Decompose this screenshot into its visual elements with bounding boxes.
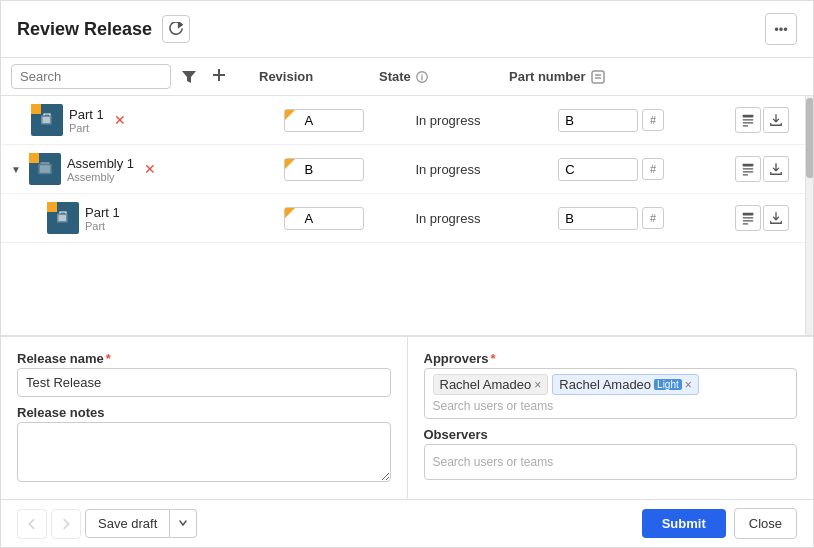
- partnum-input[interactable]: [558, 109, 638, 132]
- svg-rect-17: [743, 164, 754, 167]
- svg-rect-16: [40, 165, 51, 173]
- forward-button[interactable]: [51, 509, 81, 539]
- submit-button[interactable]: Submit: [642, 509, 726, 538]
- save-draft-button[interactable]: Save draft: [85, 509, 170, 538]
- svg-rect-25: [743, 220, 754, 221]
- revision-field: B: [284, 158, 364, 181]
- table-row: Part 1 Part A In progress: [1, 194, 805, 243]
- svg-rect-22: [59, 215, 67, 221]
- observers-field: Observers Search users or teams: [424, 427, 798, 480]
- release-name-input[interactable]: [17, 368, 391, 397]
- more-options-button[interactable]: •••: [765, 13, 797, 45]
- revision-flag: [285, 110, 295, 120]
- close-button[interactable]: Close: [734, 508, 797, 539]
- partnum-cell: #: [558, 158, 718, 181]
- remove-approver-button[interactable]: ×: [534, 379, 541, 391]
- table-row: ▼ Assembly 1 Assembly: [1, 145, 805, 194]
- svg-rect-20: [743, 174, 748, 175]
- download-button[interactable]: [763, 107, 789, 133]
- remove-approver-light-button[interactable]: ×: [685, 379, 692, 391]
- toolbar: Revision State Part number: [1, 58, 813, 96]
- more-icon: •••: [774, 22, 788, 37]
- partnum-input[interactable]: [558, 158, 638, 181]
- item-cell: ▼ Assembly 1 Assembly: [9, 149, 268, 189]
- svg-rect-12: [743, 122, 754, 123]
- state-text: In progress: [415, 162, 480, 177]
- refresh-button[interactable]: [162, 15, 190, 43]
- bottom-left: Release name* Release notes: [1, 337, 408, 499]
- state-text: In progress: [415, 113, 480, 128]
- item-label: Assembly 1 Assembly: [67, 156, 134, 183]
- revision-flag: [285, 208, 295, 218]
- part-svg-icon: [38, 111, 56, 129]
- remove-button[interactable]: ✕: [110, 112, 130, 128]
- partnum-input[interactable]: [558, 207, 638, 230]
- release-name-field: Release name*: [17, 351, 391, 397]
- assembly-icon: [29, 153, 61, 185]
- download-icon: [769, 211, 783, 225]
- scroll-thumb[interactable]: [806, 98, 813, 178]
- items-table: Part 1 Part ✕ A In progress: [1, 96, 805, 243]
- bottom-section: Release name* Release notes Approvers* R…: [1, 335, 813, 499]
- item-label: Part 1 Part: [69, 107, 104, 134]
- page-title: Review Release: [17, 19, 152, 40]
- add-button[interactable]: [207, 65, 231, 89]
- table-row: Part 1 Part ✕ A In progress: [1, 96, 805, 145]
- approvers-box[interactable]: Rachel Amadeo × Rachel Amadeo Light × Se…: [424, 368, 798, 419]
- footer-left: Save draft: [17, 509, 197, 539]
- approvers-field: Approvers* Rachel Amadeo × Rachel Amadeo…: [424, 351, 798, 419]
- remove-button[interactable]: ✕: [140, 161, 160, 177]
- release-notes-textarea[interactable]: [17, 422, 391, 482]
- svg-rect-5: [592, 71, 604, 83]
- footer-right: Submit Close: [642, 508, 797, 539]
- item-cell: Part 1 Part ✕: [9, 100, 268, 140]
- details-icon: [741, 113, 755, 127]
- details-button[interactable]: [735, 156, 761, 182]
- revision-flag: [285, 159, 295, 169]
- download-icon: [769, 113, 783, 127]
- action-buttons: [734, 107, 797, 133]
- dropdown-arrow-icon: [178, 518, 188, 528]
- refresh-icon: [169, 22, 183, 36]
- header: Review Release •••: [1, 1, 813, 58]
- svg-rect-11: [743, 119, 754, 120]
- main-content: Part 1 Part ✕ A In progress: [1, 96, 813, 335]
- svg-rect-9: [43, 117, 51, 123]
- filter-button[interactable]: [179, 67, 199, 87]
- svg-rect-26: [743, 223, 748, 224]
- svg-rect-23: [743, 213, 754, 216]
- approvers-search-placeholder: Search users or teams: [433, 399, 554, 413]
- col-header-state: State: [379, 69, 509, 85]
- scrollbar[interactable]: [805, 96, 813, 335]
- details-button[interactable]: [735, 205, 761, 231]
- bottom-right: Approvers* Rachel Amadeo × Rachel Amadeo…: [408, 337, 814, 499]
- expand-button[interactable]: ▼: [9, 164, 23, 175]
- svg-marker-1: [182, 71, 196, 83]
- observers-box[interactable]: Search users or teams: [424, 444, 798, 480]
- download-button[interactable]: [763, 205, 789, 231]
- part-icon: [31, 104, 63, 136]
- revision-field: A: [284, 207, 364, 230]
- part-icon: [47, 202, 79, 234]
- footer: Save draft Submit Close: [1, 499, 813, 547]
- partnum-hash-button[interactable]: #: [642, 207, 664, 229]
- svg-rect-13: [743, 125, 748, 126]
- partnum-hash-button[interactable]: #: [642, 158, 664, 180]
- details-button[interactable]: [735, 107, 761, 133]
- approver-tag: Rachel Amadeo ×: [433, 374, 549, 395]
- partnum-cell: #: [558, 109, 718, 132]
- svg-rect-15: [40, 162, 49, 164]
- table-area: Part 1 Part ✕ A In progress: [1, 96, 805, 335]
- item-cell: Part 1 Part: [9, 198, 268, 238]
- action-buttons: [734, 205, 797, 231]
- save-draft-dropdown-button[interactable]: [170, 509, 197, 538]
- svg-rect-19: [743, 171, 754, 172]
- search-input[interactable]: [11, 64, 171, 89]
- col-header-revision: Revision: [259, 69, 379, 85]
- partnum-hash-button[interactable]: #: [642, 109, 664, 131]
- assembly-svg-icon: [36, 160, 54, 178]
- back-button[interactable]: [17, 509, 47, 539]
- partnum-icon: [590, 69, 606, 85]
- download-button[interactable]: [763, 156, 789, 182]
- release-notes-field: Release notes: [17, 405, 391, 485]
